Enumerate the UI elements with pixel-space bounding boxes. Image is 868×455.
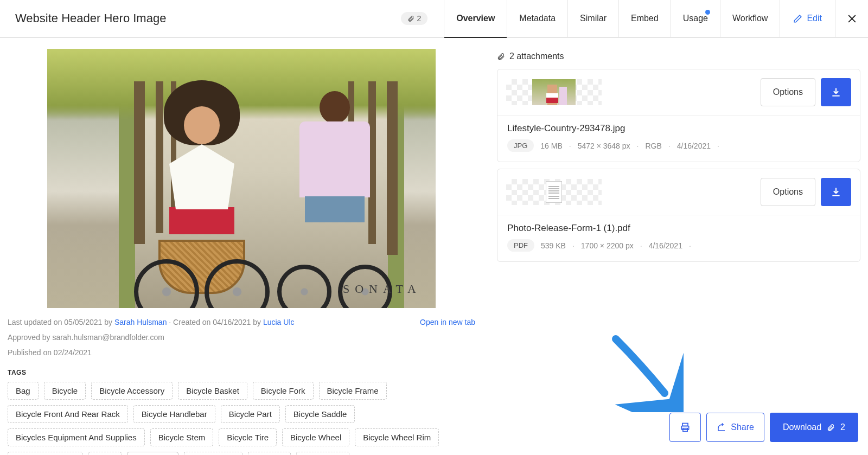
- share-button[interactable]: Share: [706, 413, 764, 442]
- tabs: Overview Metadata Similar Embed Usage Wo…: [444, 0, 780, 37]
- paperclip-icon: [497, 53, 505, 61]
- tag[interactable]: Cycle Sport: [184, 452, 242, 455]
- tab-embed[interactable]: Embed: [618, 0, 671, 37]
- tag[interactable]: Bicycle Fork: [253, 382, 314, 400]
- download-button[interactable]: Download 2: [770, 413, 858, 442]
- tag[interactable]: Bicycle Handlebar: [133, 405, 215, 423]
- tag[interactable]: Bicycle Stem: [150, 428, 214, 446]
- hero-image[interactable]: SONATA: [47, 49, 436, 308]
- tag[interactable]: Bicycles Equipment And Supplies: [8, 428, 145, 446]
- notification-dot: [705, 10, 710, 15]
- attachment-filename: Photo-Release-Form-1 (1).pdf: [507, 223, 850, 234]
- tag[interactable]: Cycling: [248, 452, 291, 455]
- tag[interactable]: Bicycle Accessory: [91, 382, 173, 400]
- tag[interactable]: Bicycle Front And Rear Rack: [8, 405, 128, 423]
- filetype-badge: JPG: [507, 139, 534, 152]
- footer-actions: Share Download 2: [669, 413, 858, 442]
- tags-heading: TAGS: [8, 369, 475, 376]
- close-icon: [847, 14, 857, 24]
- pencil-icon: [793, 14, 802, 23]
- attachment-count-pill[interactable]: 2: [401, 12, 427, 25]
- tag[interactable]: Bicycle Frame: [319, 382, 387, 400]
- paperclip-icon: [827, 424, 835, 432]
- download-icon: [831, 187, 841, 197]
- tag[interactable]: Cool: [88, 452, 122, 455]
- attachment-card: Options Photo-Release-Form-1 (1).pdf PDF…: [497, 169, 860, 262]
- attachment-download-button[interactable]: [821, 78, 851, 106]
- hero-person-man: [280, 91, 389, 308]
- meta-approved: Approved by sarah.hulsman@brandfolder.co…: [8, 333, 475, 342]
- download-icon: [831, 87, 841, 98]
- tag[interactable]: Bag: [8, 382, 39, 400]
- attachment-meta: JPG 16 MB· 5472 × 3648 px· RGB· 4/16/202…: [507, 139, 850, 152]
- hero-person-woman: [139, 80, 264, 308]
- tags-list: Bag Bicycle Bicycle Accessory Bicycle Ba…: [8, 382, 475, 455]
- tag[interactable]: Bicycle: [44, 382, 86, 400]
- attachments-header: 2 attachments: [497, 52, 860, 61]
- paperclip-icon: [407, 15, 414, 22]
- tag[interactable]: Bicycle Basket: [178, 382, 247, 400]
- tag[interactable]: Bicycle Saddle: [285, 405, 355, 423]
- print-button[interactable]: [669, 413, 701, 442]
- tag[interactable]: Bicycle Wheel: [282, 428, 349, 446]
- updated-by-user-link[interactable]: Sarah Hulsman: [114, 318, 167, 326]
- attachment-thumbnail[interactable]: [506, 179, 602, 205]
- tab-metadata[interactable]: Metadata: [507, 0, 567, 37]
- tab-similar[interactable]: Similar: [567, 0, 618, 37]
- attachment-download-button[interactable]: [821, 178, 851, 206]
- attachment-card: Options Lifestyle-Country-293478.jpg JPG…: [497, 69, 860, 162]
- meta-updated-created: Last updated on 05/05/2021 by Sarah Huls…: [8, 318, 295, 326]
- watermark-text: SONATA: [343, 282, 422, 296]
- tag[interactable]: Black And White: [8, 452, 83, 455]
- attachment-meta: PDF 539 KB· 1700 × 2200 px· 4/16/2021·: [507, 239, 850, 252]
- filetype-badge: PDF: [507, 239, 534, 252]
- attachment-count: 2: [417, 14, 421, 23]
- attachment-options-button[interactable]: Options: [761, 178, 815, 206]
- tag[interactable]: Bicycle Wheel Rim: [355, 428, 439, 446]
- attachment-filename: Lifestyle-Country-293478.jpg: [507, 123, 850, 134]
- page-title: Website Header Hero Image: [15, 11, 166, 25]
- tag[interactable]: Bicycle Tire: [219, 428, 277, 446]
- attachment-options-button[interactable]: Options: [761, 78, 815, 106]
- tab-usage[interactable]: Usage: [671, 0, 720, 37]
- printer-icon: [680, 422, 691, 433]
- close-button[interactable]: [835, 0, 868, 37]
- created-by-user-link[interactable]: Lucia Ulc: [263, 318, 295, 326]
- edit-button[interactable]: Edit: [780, 0, 835, 37]
- tag[interactable]: Document: [296, 452, 349, 455]
- tab-workflow[interactable]: Workflow: [720, 0, 780, 37]
- page-header: Website Header Hero Image 2 Overview Met…: [0, 0, 868, 38]
- open-in-new-tab-link[interactable]: Open in new tab: [420, 318, 475, 326]
- meta-published: Published on 02/24/2021: [8, 348, 475, 357]
- share-icon: [717, 422, 726, 432]
- tab-overview[interactable]: Overview: [444, 0, 507, 37]
- tag[interactable]: Customer: [127, 452, 178, 455]
- attachment-thumbnail[interactable]: [506, 79, 602, 105]
- tag[interactable]: Bicycle Part: [221, 405, 280, 423]
